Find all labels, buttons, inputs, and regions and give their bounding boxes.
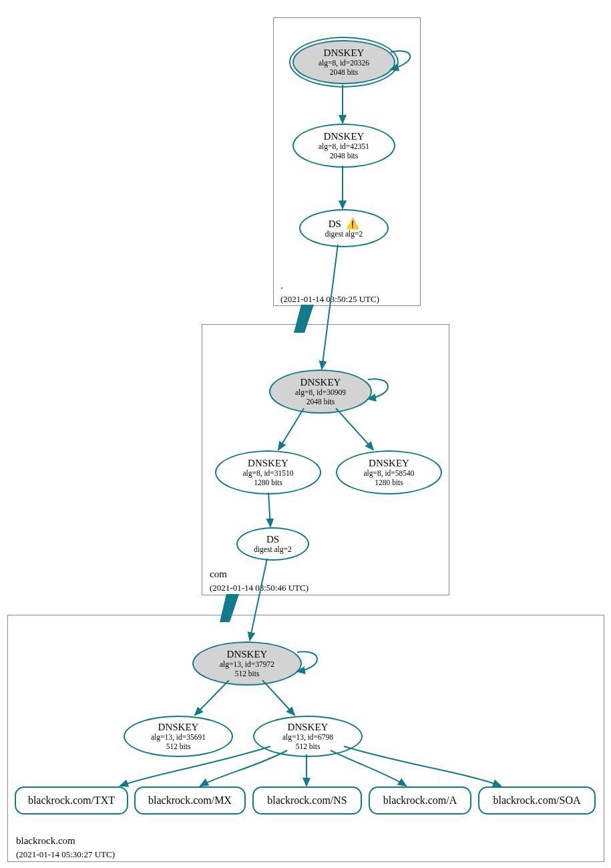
- node-bits: 512 bits: [166, 742, 191, 751]
- zone-com-name: com: [210, 569, 227, 579]
- warning-icon: ⚠️: [346, 218, 359, 229]
- node-title: DNSKEY: [158, 722, 199, 733]
- node-title: DNSKEY: [369, 458, 409, 469]
- node-com-dnskey-58540: DNSKEY alg=8, id=58540 1280 bits: [336, 450, 442, 494]
- node-blackrock-dnskey-6798: DNSKEY alg=13, id=6798 512 bits: [253, 716, 363, 757]
- zone-root-ts: (2021-01-14 03:50:25 UTC): [280, 294, 379, 304]
- node-digest: digest alg=2: [254, 545, 292, 554]
- node-bits: 2048 bits: [307, 398, 335, 406]
- node-title: DS ⚠️: [329, 218, 360, 230]
- rrset-ns: blackrock.com/NS: [252, 786, 362, 815]
- node-bits: 1280 bits: [254, 478, 282, 487]
- rrset-a: blackrock.com/A: [369, 786, 471, 815]
- node-bits: 2048 bits: [330, 152, 359, 160]
- node-alg: alg=8, id=58540: [363, 469, 414, 478]
- node-title: DNSKEY: [288, 722, 329, 733]
- zone-blackrock-ts: (2021-01-14 05:30:27 UTC): [16, 849, 115, 859]
- node-blackrock-dnskey-35691: DNSKEY alg=13, id=35691 512 bits: [124, 716, 233, 757]
- rrset-mx: blackrock.com/MX: [134, 786, 246, 815]
- node-root-dnskey-42351: DNSKEY alg=8, id=42351 2048 bits: [292, 124, 395, 168]
- node-bits: 1280 bits: [375, 478, 403, 487]
- rrset-txt: blackrock.com/TXT: [15, 786, 128, 815]
- zone-blackrock-label: blackrock.com (2021-01-14 05:30:27 UTC): [16, 835, 115, 861]
- node-title: DNSKEY: [300, 377, 341, 388]
- node-com-ds: DS digest alg=2: [236, 527, 309, 561]
- node-blackrock-dnskey-37972: DNSKEY alg=13, id=37972 512 bits: [192, 641, 302, 686]
- node-root-dnskey-20326: DNSKEY alg=8, id=20326 2048 bits: [292, 40, 395, 84]
- node-alg: alg=8, id=42351: [319, 142, 369, 151]
- node-alg: alg=8, id=30909: [295, 388, 346, 397]
- node-title: DNSKEY: [248, 458, 288, 469]
- node-alg: alg=13, id=35691: [151, 733, 206, 742]
- node-alg: alg=13, id=37972: [220, 660, 274, 669]
- node-bits: 2048 bits: [330, 68, 359, 77]
- rrset-soa: blackrock.com/SOA: [478, 786, 596, 815]
- node-title: DNSKEY: [227, 649, 268, 660]
- node-alg: alg=8, id=20326: [319, 59, 369, 67]
- node-com-dnskey-31510: DNSKEY alg=8, id=31510 1280 bits: [215, 450, 321, 494]
- zone-com-ts: (2021-01-14 03:50:46 UTC): [210, 583, 309, 593]
- node-bits: 512 bits: [296, 742, 321, 751]
- node-alg: alg=8, id=31510: [242, 469, 293, 478]
- node-root-ds: DS ⚠️ digest alg=2: [299, 209, 389, 247]
- node-title: DS: [266, 534, 279, 545]
- zone-blackrock-name: blackrock.com: [16, 835, 75, 846]
- node-bits: 512 bits: [235, 670, 260, 678]
- zone-root-name: .: [280, 280, 283, 291]
- node-digest: digest alg=2: [325, 230, 363, 239]
- node-title: DNSKEY: [324, 131, 365, 142]
- zone-root-label: . (2021-01-14 03:50:25 UTC): [280, 279, 379, 305]
- node-com-dnskey-30909: DNSKEY alg=8, id=30909 2048 bits: [269, 370, 372, 414]
- zone-com-label: com (2021-01-14 03:50:46 UTC): [210, 568, 309, 594]
- node-title: DNSKEY: [324, 47, 365, 59]
- node-alg: alg=13, id=6798: [282, 733, 333, 742]
